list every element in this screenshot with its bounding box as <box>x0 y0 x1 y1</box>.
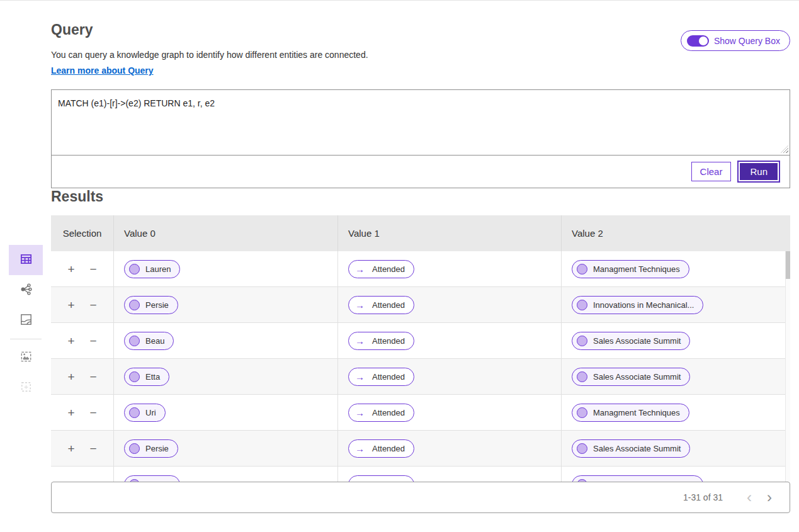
sidebar-item-link-chart-view[interactable] <box>9 275 43 305</box>
entity-label: Persie <box>145 300 169 310</box>
relationship-label: Attended <box>372 336 405 346</box>
entity-pill[interactable]: Innovations in Mechanical... <box>572 296 703 314</box>
results-table: Selection Value 0 Value 1 Value 2 + − La… <box>51 215 790 482</box>
scrollbar-thumb[interactable] <box>786 251 790 279</box>
arrow-right-icon: → <box>353 407 366 418</box>
value1-cell: → Attended <box>337 359 561 394</box>
value2-cell: Sales Associate Summit <box>561 359 785 394</box>
query-input[interactable]: MATCH (e1)-[r]->(e2) RETURN e1, r, e2 <box>52 90 790 156</box>
add-to-selection-button[interactable]: + <box>66 335 76 347</box>
remove-from-selection-button[interactable]: − <box>89 478 98 482</box>
entity-pill[interactable]: Beau <box>124 332 174 350</box>
remove-from-selection-button[interactable]: − <box>89 335 98 347</box>
column-header-value2: Value 2 <box>561 215 785 251</box>
query-textarea-wrap: MATCH (e1)-[r]->(e2) RETURN e1, r, e2 <box>52 90 790 156</box>
relationship-pill[interactable]: → Attended <box>348 368 414 386</box>
show-query-box-label: Show Query Box <box>714 36 780 46</box>
value1-cell: → Attended <box>337 323 561 358</box>
value0-cell: Beau <box>113 323 337 358</box>
entity-pill[interactable]: Etta <box>124 368 169 386</box>
table-scrollbar[interactable] <box>785 251 790 482</box>
entity-pill[interactable]: Lauren <box>124 260 180 278</box>
page-title: Query <box>51 21 790 38</box>
clear-button[interactable]: Clear <box>691 162 732 181</box>
relationship-pill[interactable]: → Attended <box>348 439 414 458</box>
remove-from-selection-button[interactable]: − <box>89 263 98 275</box>
entity-node-icon <box>577 407 587 418</box>
entity-node-icon <box>577 264 587 274</box>
entity-pill[interactable]: Managment Techniques <box>572 260 689 278</box>
value2-cell: Innovations in Mechanical... <box>561 467 785 482</box>
arrow-right-icon: → <box>353 264 366 274</box>
entity-label: Sales Associate Summit <box>593 336 681 346</box>
entity-node-icon <box>577 300 587 310</box>
table-body: + − Lauren → Attended Managment Techniqu… <box>51 251 790 482</box>
column-header-value1: Value 1 <box>337 215 561 251</box>
value1-cell: → Attended <box>337 431 561 466</box>
learn-more-link[interactable]: Learn more about Query <box>51 65 154 76</box>
value2-cell: Innovations in Mechanical... <box>561 287 785 322</box>
show-query-box-toggle[interactable]: Show Query Box <box>681 30 790 51</box>
relationship-label: Attended <box>372 300 405 310</box>
entity-pill[interactable]: Sales Associate Summit <box>572 439 690 458</box>
entity-pill[interactable]: Uri <box>124 404 166 422</box>
remove-from-selection-button[interactable]: − <box>89 299 98 311</box>
query-actions-bar: Clear Run <box>52 156 790 188</box>
sidebar-item-table-view[interactable] <box>9 245 43 275</box>
entity-node-icon <box>129 443 140 454</box>
sidebar-item-new-map-from-results[interactable] <box>9 342 43 373</box>
remove-from-selection-button[interactable]: − <box>89 443 98 455</box>
add-to-selection-button[interactable]: + <box>66 443 76 455</box>
relationship-pill[interactable]: → Attended <box>348 475 414 482</box>
value0-cell: Etta <box>113 359 337 394</box>
run-button[interactable]: Run <box>739 162 779 181</box>
entity-pill[interactable]: Lauren <box>124 475 180 482</box>
relationship-label: Attended <box>372 480 405 482</box>
entity-pill[interactable]: Persie <box>124 296 178 314</box>
value2-cell: Managment Techniques <box>561 251 785 286</box>
entity-pill[interactable]: Persie <box>124 439 178 458</box>
pagination-next-button[interactable]: › <box>759 490 779 505</box>
relationship-pill[interactable]: → Attended <box>348 260 414 278</box>
table-row: + − Lauren → Attended Managment Techniqu… <box>51 251 790 287</box>
relationship-pill[interactable]: → Attended <box>348 404 414 422</box>
entity-label: Etta <box>145 372 160 382</box>
entity-pill[interactable]: Managment Techniques <box>572 404 689 422</box>
remove-from-selection-button[interactable]: − <box>89 371 98 383</box>
remove-from-selection-button[interactable]: − <box>89 407 98 419</box>
relationship-label: Attended <box>372 408 405 417</box>
entity-node-icon <box>129 371 140 382</box>
column-header-value0: Value 0 <box>113 215 337 251</box>
value1-cell: → Attended <box>337 395 561 430</box>
new-map-from-results-icon <box>19 349 33 366</box>
add-to-selection-button[interactable]: + <box>66 407 76 419</box>
entity-node-icon <box>577 479 587 482</box>
relationship-pill[interactable]: → Attended <box>348 332 414 350</box>
entity-label: Beau <box>145 336 164 346</box>
entity-node-icon <box>129 407 140 418</box>
sidebar-item-selection-tool[interactable] <box>9 373 43 403</box>
table-row: + − Lauren → Attended Innovations in Mec… <box>51 467 790 482</box>
add-to-selection-button[interactable]: + <box>66 299 76 311</box>
sidebar-item-map-view[interactable] <box>9 305 43 336</box>
value0-cell: Lauren <box>113 251 337 286</box>
entity-pill[interactable]: Sales Associate Summit <box>572 332 690 350</box>
results-pagination-bar: 1-31 of 31 ‹ › <box>51 482 790 513</box>
query-box-card: MATCH (e1)-[r]->(e2) RETURN e1, r, e2 Cl… <box>51 89 790 188</box>
entity-pill[interactable]: Sales Associate Summit <box>572 368 690 386</box>
sidebar-divider <box>10 339 42 339</box>
add-to-selection-button[interactable]: + <box>66 371 76 383</box>
entity-label: Managment Techniques <box>593 408 680 417</box>
selection-cell: + − <box>51 359 113 394</box>
query-page: Query You can query a knowledge graph to… <box>0 0 799 532</box>
value1-cell: → Attended <box>337 467 561 482</box>
relationship-pill[interactable]: → Attended <box>348 296 414 314</box>
relationship-label: Attended <box>372 444 405 453</box>
add-to-selection-button[interactable]: + <box>66 263 76 275</box>
arrow-right-icon: → <box>353 371 366 382</box>
add-to-selection-button[interactable]: + <box>66 478 76 482</box>
entity-pill[interactable]: Innovations in Mechanical... <box>572 475 703 482</box>
entity-label: Managment Techniques <box>593 264 680 274</box>
pagination-prev-button[interactable]: ‹ <box>739 490 759 505</box>
arrow-right-icon: → <box>353 479 366 482</box>
